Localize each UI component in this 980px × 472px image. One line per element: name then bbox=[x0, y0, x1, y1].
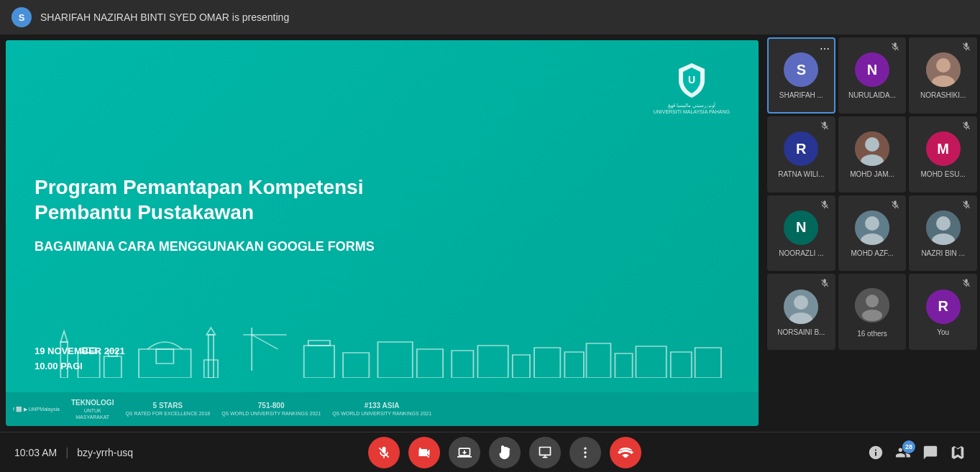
svg-point-51 bbox=[794, 295, 808, 310]
slide-container: U أونيۏرسيتي ماليسيا ڤهڠUNIVERSITI MALAY… bbox=[6, 40, 759, 426]
svg-point-59 bbox=[584, 447, 586, 449]
participant-tile-sharifah[interactable]: ⋯SSHARIFAH ... bbox=[767, 37, 835, 114]
svg-rect-21 bbox=[477, 346, 508, 378]
svg-point-54 bbox=[866, 295, 879, 307]
svg-rect-9 bbox=[209, 335, 214, 378]
footer-social: f ⬜ ▶ UMPMalaysia bbox=[13, 406, 60, 412]
mute-icon bbox=[890, 42, 902, 53]
participant-tile-nurulaida[interactable]: NNURULAIDA... bbox=[838, 37, 907, 114]
participant-tile-others[interactable]: 16 others bbox=[838, 274, 907, 350]
right-controls: 28 bbox=[836, 445, 966, 461]
participant-tile-noorazli[interactable]: NNOORAZLI ... bbox=[767, 195, 835, 272]
camera-button[interactable] bbox=[408, 437, 440, 468]
svg-rect-18 bbox=[377, 342, 412, 378]
participant-name: MOHD JAM... bbox=[850, 170, 894, 178]
control-buttons bbox=[173, 437, 836, 468]
participant-name: NORASHIKI... bbox=[920, 91, 966, 99]
activities-button[interactable] bbox=[950, 445, 966, 461]
svg-point-61 bbox=[584, 455, 586, 458]
participant-avatar bbox=[855, 210, 889, 245]
raise-hand-button[interactable] bbox=[489, 437, 521, 468]
participant-name: NOORAZLI ... bbox=[779, 249, 823, 257]
top-bar: S SHARIFAH NAZIRAH BINTI SYED OMAR is pr… bbox=[0, 0, 980, 34]
participant-name: SHARIFAH ... bbox=[779, 91, 823, 99]
screen-share-button[interactable] bbox=[449, 437, 480, 468]
svg-point-43 bbox=[865, 216, 879, 231]
svg-rect-17 bbox=[343, 353, 369, 378]
meeting-time: 10:03 AM bbox=[14, 447, 57, 458]
participant-tile-norashiki[interactable]: NORASHIKI... bbox=[909, 37, 977, 114]
slide-subtitle: BAGAIMANA CARA MENGGUNAKAN GOOGLE FORMS bbox=[35, 239, 394, 254]
slide-inner: U أونيۏرسيتي ماليسيا ڤهڠUNIVERSITI MALAY… bbox=[6, 40, 759, 392]
participants-panel: ⋯SSHARIFAH ...NNURULAIDA...NORASHIKI...R… bbox=[764, 34, 980, 432]
participant-tile-mohd-azf[interactable]: MOHD AZF... bbox=[838, 195, 907, 272]
more-options-icon: ⋯ bbox=[820, 43, 830, 55]
present-button[interactable] bbox=[529, 437, 561, 468]
mute-icon bbox=[820, 200, 831, 211]
mute-button[interactable] bbox=[368, 437, 400, 468]
svg-rect-22 bbox=[513, 355, 530, 378]
participants-button[interactable]: 28 bbox=[895, 445, 911, 461]
svg-rect-15 bbox=[304, 346, 334, 378]
participant-avatar: M bbox=[926, 131, 961, 166]
university-logo: U أونيۏرسيتي ماليسيا ڤهڠUNIVERSITI MALAY… bbox=[654, 62, 730, 115]
mute-icon bbox=[961, 42, 973, 53]
more-options-button[interactable] bbox=[569, 437, 601, 468]
mute-icon bbox=[820, 121, 831, 132]
svg-rect-28 bbox=[671, 352, 692, 378]
mute-icon bbox=[820, 278, 831, 290]
footer-stars: 5 STARS QS RATED FOR EXCELLENCE 2018 bbox=[125, 401, 210, 417]
presenter-status: SHARIFAH NAZIRAH BINTI SYED OMAR is pres… bbox=[40, 11, 289, 23]
svg-line-14 bbox=[252, 335, 278, 349]
end-call-button[interactable] bbox=[610, 437, 641, 468]
participant-name: NORSAINI B... bbox=[777, 328, 825, 336]
slide-bottom-area: 19 NOVEMBER 2021 10.00 PAGI bbox=[35, 306, 730, 378]
mute-icon bbox=[961, 200, 973, 211]
university-name-text: أونيۏرسيتي ماليسيا ڤهڠUNIVERSITI MALAYSI… bbox=[654, 102, 730, 115]
info-button[interactable] bbox=[868, 445, 884, 461]
participant-tile-norsaini[interactable]: NORSAINI B... bbox=[767, 274, 835, 350]
mute-icon bbox=[961, 278, 973, 290]
others-count: 16 others bbox=[857, 330, 887, 338]
slide-title: Program Pemantapan Kompetensi Pembantu P… bbox=[35, 175, 394, 225]
svg-point-37 bbox=[865, 137, 879, 152]
meeting-id: bzy-yrrh-usq bbox=[77, 447, 133, 458]
participant-avatar bbox=[926, 52, 961, 87]
participant-avatar bbox=[784, 290, 818, 324]
participant-tile-mohdesu[interactable]: MMOHD ESU... bbox=[909, 116, 977, 193]
svg-point-47 bbox=[936, 216, 951, 231]
svg-rect-29 bbox=[695, 348, 721, 378]
others-preview bbox=[855, 288, 889, 323]
participant-name: NURULAIDA... bbox=[848, 91, 896, 99]
cityscape-svg bbox=[35, 320, 730, 378]
bottom-toolbar: 10:03 AM | bzy-yrrh-usq bbox=[0, 432, 980, 472]
participant-avatar bbox=[926, 210, 961, 245]
participant-avatar: S bbox=[784, 52, 818, 87]
svg-rect-16 bbox=[308, 341, 330, 346]
participant-avatar bbox=[855, 131, 889, 166]
footer-tagline: TEKNOLOGIUNTUKMASYARAKAT bbox=[71, 398, 114, 420]
participant-tile-mohdjam[interactable]: MOHD JAM... bbox=[838, 116, 907, 193]
participant-tile-nazri[interactable]: NAZRI BIN ... bbox=[909, 195, 977, 272]
participant-avatar: R bbox=[784, 131, 818, 166]
participant-name: You bbox=[937, 328, 949, 336]
svg-point-55 bbox=[862, 310, 882, 321]
svg-rect-25 bbox=[587, 343, 611, 378]
svg-rect-8 bbox=[156, 349, 173, 364]
main-area: U أونيۏرسيتي ماليسيا ڤهڠUNIVERSITI MALAY… bbox=[0, 34, 980, 432]
svg-rect-20 bbox=[452, 351, 473, 378]
svg-rect-24 bbox=[564, 352, 584, 378]
mute-icon bbox=[961, 121, 973, 132]
svg-rect-19 bbox=[417, 349, 443, 378]
slide-footer: f ⬜ ▶ UMPMalaysia TEKNOLOGIUNTUKMASYARAK… bbox=[6, 392, 759, 426]
chat-button[interactable] bbox=[922, 445, 938, 461]
svg-marker-2 bbox=[60, 331, 68, 342]
participant-tile-you[interactable]: RYou bbox=[909, 274, 977, 350]
footer-rank2: #133 ASIA QS WORLD UNIVERSITY RANKINGS 2… bbox=[332, 401, 431, 417]
meeting-info: 10:03 AM | bzy-yrrh-usq bbox=[14, 446, 173, 459]
participant-name: RATNA WILI... bbox=[778, 170, 824, 178]
participant-tile-ratnawili[interactable]: RRATNA WILI... bbox=[767, 116, 835, 193]
svg-point-60 bbox=[584, 451, 586, 453]
participants-badge: 28 bbox=[902, 440, 915, 453]
mute-icon bbox=[890, 200, 902, 211]
